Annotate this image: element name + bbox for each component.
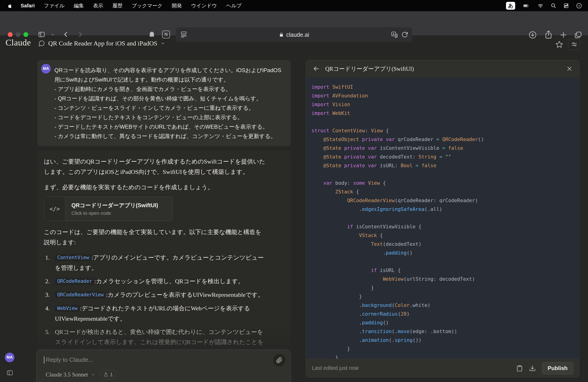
code-line: .cornerRadius(20)	[312, 310, 579, 318]
code-line	[312, 170, 579, 179]
menu-items: Safariファイル編集表示履歴ブックマーク開発ウインドウヘルプ	[16, 2, 246, 9]
user-message-line: QRコードを読み取り、その内容を表示するアプリを作成してください。iOSおよびi…	[54, 65, 284, 75]
code-line: QRCodeReaderView(qrCodeReader: qrCodeRea…	[312, 196, 579, 205]
code-line: }	[312, 344, 579, 353]
beaker-count: 1	[110, 372, 113, 378]
assistant-paragraph: はい、ご要望のQRコードリーダーアプリを作成するためのSwiftコードを提供いた…	[44, 156, 270, 177]
list-item: 3.QRCodeReaderView:カメラのプレビューを表示するUIViewR…	[44, 290, 271, 300]
safari-toolbar: N claude.ai A文	[0, 11, 588, 36]
menu-item-5[interactable]: 履歴	[108, 2, 127, 9]
chat-bubble-icon	[38, 40, 45, 47]
wifi-icon[interactable]	[537, 3, 544, 8]
list-item-number: 2.	[44, 276, 55, 287]
user-message-line: - QRコードを認識すれば、その部分を黄色い枠線で囲み、短くチャイムを鳴らす。	[54, 94, 284, 103]
code-line: @StateObject private var qrCodeReader = …	[312, 135, 579, 144]
artifact-panel: QRコードリーダーアプリ(SwiftUI) import SwiftUIimpo…	[306, 60, 580, 377]
menu-item-9[interactable]: ヘルプ	[221, 2, 246, 9]
code-line: }	[312, 292, 579, 301]
code-line: .padding()	[312, 249, 579, 257]
inline-code: ContentView	[55, 254, 91, 261]
attach-file-button[interactable]	[273, 354, 286, 366]
reply-input[interactable]: Reply to Claude...	[46, 356, 93, 363]
code-line: @State private var isURL: Bool = false	[312, 161, 579, 170]
copy-code-icon[interactable]	[516, 364, 523, 372]
code-line: .transition(.move(edge: .bottom))	[312, 327, 579, 336]
code-line: ZStack {	[312, 188, 579, 196]
close-icon[interactable]	[567, 66, 572, 72]
battery-icon[interactable]	[522, 3, 530, 8]
model-selector[interactable]: Claude 3.5 Sonnet	[46, 371, 88, 378]
code-line	[312, 214, 579, 222]
beaker-icon	[104, 372, 108, 377]
assistant-paragraph: このコードは、ご要望の機能を全て実装しています。以下に主要な機能と構造を説明しま…	[44, 227, 264, 248]
list-item-text: ContentView:アプリのメインビューです。カメラビューとコンテンツビュー…	[55, 253, 266, 273]
code-editor[interactable]: import SwiftUIimport AVFoundationimport …	[306, 77, 579, 359]
artifact-panel-footer: Last edited just now Publish	[306, 359, 579, 377]
menu-item-8[interactable]: ウインドウ	[187, 2, 222, 9]
chat-title: QR Code Reader App for iOS and iPadOS	[48, 40, 157, 47]
apple-menu-icon[interactable]	[8, 3, 12, 8]
menu-item-2[interactable]: ファイル	[39, 2, 69, 9]
code-line: import Vision	[312, 100, 579, 109]
code-line: }	[312, 283, 579, 292]
menu-status-icons: あ	[506, 2, 588, 10]
code-line	[312, 257, 579, 266]
code-line: .padding()	[312, 318, 579, 327]
artifact-card-subtitle: Click to open code	[71, 211, 172, 216]
bottom-sidebar-toggle-icon[interactable]	[6, 369, 13, 376]
list-item-number: 1.	[44, 253, 55, 273]
reply-composer[interactable]: Reply to Claude... Claude 3.5 Sonnet 1	[36, 350, 291, 382]
menu-item-7[interactable]: 開発	[167, 2, 187, 9]
claude-logo[interactable]: Claude	[5, 38, 31, 47]
code-line: import WebKit	[312, 109, 579, 118]
model-chevron-down-icon[interactable]	[91, 373, 95, 377]
code-line: Text(decodedText)	[312, 240, 579, 249]
code-line: VStack {	[312, 231, 579, 240]
code-line: .animation(.spring())	[312, 336, 579, 344]
chat-title-row[interactable]: QR Code Reader App for iOS and iPadOS	[38, 40, 165, 47]
menu-item-1[interactable]: Safari	[16, 3, 39, 9]
user-message: MA QRコードを読み取り、その内容を表示するアプリを作成してください。iOSお…	[38, 60, 291, 146]
list-item: 2.QRCodeReader:カメラセッションを管理し、QRコードを検出します。	[44, 276, 271, 287]
text-caret	[44, 356, 44, 364]
user-message-line: - コンテンツ・ビューをスライド・インしてカメラ・ビューに重ねて表示する。	[54, 103, 284, 113]
code-line: .edgesIgnoringSafeArea(.all)	[312, 205, 579, 214]
code-line: @State private var decodedText: String =…	[312, 152, 579, 161]
inline-code: QRCodeReaderView	[55, 291, 106, 298]
artifact-card[interactable]: </> QRコードリーダーアプリ(SwiftUI) Click to open …	[44, 197, 173, 221]
menu-item-3[interactable]: 編集	[69, 2, 88, 9]
menu-item-6[interactable]: ブックマーク	[127, 2, 167, 9]
code-line: WebView(urlString: decodedText)	[312, 275, 579, 283]
back-arrow-icon[interactable]	[313, 65, 320, 72]
menu-item-4[interactable]: 表示	[88, 2, 108, 9]
user-message-text: QRコードを読み取り、その内容を表示するアプリを作成してください。iOSおよびi…	[54, 65, 284, 141]
list-item-text: QRCodeReader:カメラセッションを管理し、QRコードを検出します。	[55, 276, 266, 287]
list-item-number: 4.	[44, 303, 55, 324]
publish-button[interactable]: Publish	[542, 362, 573, 374]
user-message-line: 用にSwiftおよびSwiftUIで記述します。動作の概要は以下の通りです。	[54, 75, 284, 84]
input-source-icon[interactable]: あ	[506, 2, 515, 10]
artifact-panel-title: QRコードリーダーアプリ(SwiftUI)	[325, 65, 414, 73]
user-avatar[interactable]: MA	[41, 64, 51, 73]
user-message-line: - デコードしたテキストがWEBサイトのURLであれば、そのWEBビューを表示す…	[54, 122, 284, 131]
control-center-icon[interactable]	[563, 3, 569, 8]
code-icon: </>	[44, 197, 65, 221]
star-icon[interactable]	[555, 41, 563, 48]
artifact-panel-header: QRコードリーダーアプリ(SwiftUI)	[306, 60, 579, 77]
claude-header: Claude QR Code Reader App for iOS and iP…	[0, 36, 588, 52]
code-line: if isURL {	[312, 266, 579, 275]
code-line	[312, 118, 579, 126]
chat-settings-button[interactable]	[568, 39, 580, 50]
composer-avatar[interactable]: MA	[5, 353, 15, 362]
svg-text:A: A	[393, 32, 395, 36]
beaker-badge[interactable]: 1	[100, 370, 116, 379]
macos-menu-bar: Safariファイル編集表示履歴ブックマーク開発ウインドウヘルプ あ	[0, 0, 588, 11]
spotlight-search-icon[interactable]	[550, 3, 556, 8]
clock-icon[interactable]	[576, 3, 582, 9]
last-edited-status: Last edited just now	[312, 365, 358, 371]
download-code-icon[interactable]	[529, 364, 536, 372]
inline-code: QRCodeReader	[55, 278, 94, 285]
list-item: 4.WebView:デコードされたテキストがURLの場合にWebページを表示する…	[44, 303, 271, 324]
code-line: var body: some View {	[312, 179, 579, 188]
list-item-number: 3.	[44, 290, 55, 300]
